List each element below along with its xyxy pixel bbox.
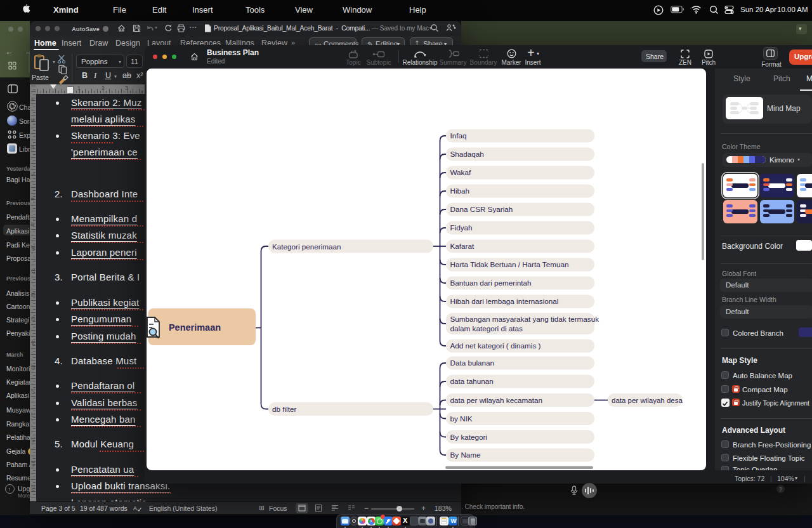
- svg-text:By Name: By Name: [450, 451, 481, 459]
- svg-text:data per wilayah desa: data per wilayah desa: [612, 397, 683, 404]
- svg-text:Dana CSR Syariah: Dana CSR Syariah: [450, 205, 513, 213]
- svg-text:Hibah: Hibah: [450, 187, 470, 195]
- svg-text:data per wilayah kecamatan: data per wilayah kecamatan: [450, 396, 543, 404]
- svg-text:A: A: [133, 505, 137, 512]
- svg-text:by NIK: by NIK: [450, 414, 473, 423]
- svg-text:Data bulanan: Data bulanan: [450, 359, 495, 367]
- svg-text:Infaq: Infaq: [450, 131, 467, 140]
- svg-text:Bantuan dari pemerintah: Bantuan dari pemerintah: [450, 279, 532, 287]
- svg-text:Hibah dari lembaga internasion: Hibah dari lembaga internasional: [450, 297, 559, 305]
- svg-text:db filter: db filter: [272, 405, 296, 413]
- svg-text:Wakaf: Wakaf: [450, 168, 471, 176]
- svg-text:Penerimaan: Penerimaan: [169, 322, 221, 333]
- svg-text:Kategori penerimaan: Kategori penerimaan: [272, 242, 341, 251]
- svg-text:Kafarat: Kafarat: [450, 242, 475, 250]
- svg-text:data tahunan: data tahunan: [450, 377, 494, 385]
- svg-text:Shadaqah: Shadaqah: [450, 150, 484, 158]
- svg-text:Sumbangan masyarakat yang tida: Sumbangan masyarakat yang tidak termasuk: [450, 315, 599, 323]
- svg-text:Fidyah: Fidyah: [450, 223, 473, 232]
- svg-text:By kategori: By kategori: [450, 433, 487, 441]
- svg-text:dalam kategori di atas: dalam kategori di atas: [450, 324, 523, 333]
- svg-text:Add net kategori ( dinamis ): Add net kategori ( dinamis ): [450, 341, 541, 350]
- svg-text:Harta Tidak Bertuan / Harta Te: Harta Tidak Bertuan / Harta Temuan: [450, 260, 569, 268]
